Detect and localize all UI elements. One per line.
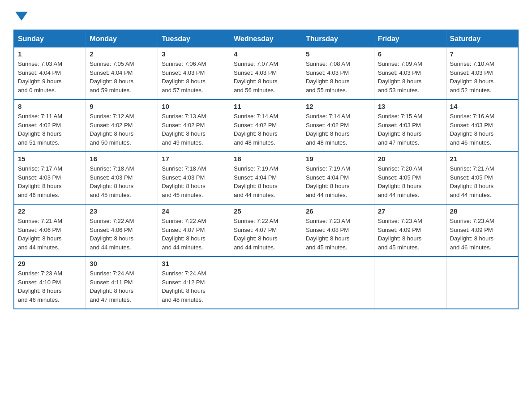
day-number: 1 xyxy=(18,50,82,58)
day-info: Sunrise: 7:15 AMSunset: 4:03 PMDaylight:… xyxy=(378,112,442,147)
logo xyxy=(13,9,28,21)
day-info: Sunrise: 7:24 AMSunset: 4:11 PMDaylight:… xyxy=(90,269,154,304)
week-row-1: 1 Sunrise: 7:03 AMSunset: 4:04 PMDayligh… xyxy=(14,47,518,99)
day-number: 16 xyxy=(90,155,154,163)
day-number: 5 xyxy=(306,50,370,58)
calendar-cell xyxy=(230,257,302,309)
day-info: Sunrise: 7:05 AMSunset: 4:04 PMDaylight:… xyxy=(90,60,154,94)
calendar-cell xyxy=(302,257,374,309)
day-info: Sunrise: 7:21 AMSunset: 4:06 PMDaylight:… xyxy=(18,217,82,252)
day-info: Sunrise: 7:23 AMSunset: 4:08 PMDaylight:… xyxy=(306,217,370,252)
day-info: Sunrise: 7:13 AMSunset: 4:02 PMDaylight:… xyxy=(162,112,226,147)
day-info: Sunrise: 7:07 AMSunset: 4:03 PMDaylight:… xyxy=(234,60,298,94)
day-info: Sunrise: 7:17 AMSunset: 4:03 PMDaylight:… xyxy=(18,164,82,199)
day-info: Sunrise: 7:12 AMSunset: 4:02 PMDaylight:… xyxy=(90,112,154,147)
day-number: 8 xyxy=(18,103,82,110)
calendar-cell xyxy=(446,257,518,309)
day-info: Sunrise: 7:23 AMSunset: 4:09 PMDaylight:… xyxy=(450,217,514,252)
day-number: 10 xyxy=(162,103,226,110)
logo-top xyxy=(13,9,28,21)
week-row-4: 22 Sunrise: 7:21 AMSunset: 4:06 PMDaylig… xyxy=(14,204,518,257)
calendar-cell: 3 Sunrise: 7:06 AMSunset: 4:03 PMDayligh… xyxy=(158,47,230,99)
day-number: 29 xyxy=(18,260,82,267)
calendar-cell xyxy=(374,257,446,309)
calendar-table: SundayMondayTuesdayWednesdayThursdayFrid… xyxy=(13,30,519,309)
weekday-header-sunday: Sunday xyxy=(14,30,86,47)
day-number: 12 xyxy=(306,103,370,110)
day-number: 27 xyxy=(378,207,442,215)
day-info: Sunrise: 7:11 AMSunset: 4:02 PMDaylight:… xyxy=(18,112,82,147)
calendar-cell: 11 Sunrise: 7:14 AMSunset: 4:02 PMDaylig… xyxy=(230,99,302,152)
calendar-cell: 23 Sunrise: 7:22 AMSunset: 4:06 PMDaylig… xyxy=(86,204,158,257)
calendar-cell: 1 Sunrise: 7:03 AMSunset: 4:04 PMDayligh… xyxy=(14,47,86,99)
calendar-cell: 25 Sunrise: 7:22 AMSunset: 4:07 PMDaylig… xyxy=(230,204,302,257)
day-number: 26 xyxy=(306,207,370,215)
day-number: 11 xyxy=(234,103,298,110)
day-info: Sunrise: 7:22 AMSunset: 4:07 PMDaylight:… xyxy=(162,217,226,252)
calendar-cell: 6 Sunrise: 7:09 AMSunset: 4:03 PMDayligh… xyxy=(374,47,446,99)
day-number: 15 xyxy=(18,155,82,163)
day-number: 7 xyxy=(450,50,514,58)
calendar-cell: 14 Sunrise: 7:16 AMSunset: 4:03 PMDaylig… xyxy=(446,99,518,152)
calendar-cell: 21 Sunrise: 7:21 AMSunset: 4:05 PMDaylig… xyxy=(446,152,518,204)
weekday-header-tuesday: Tuesday xyxy=(158,30,230,47)
calendar-cell: 31 Sunrise: 7:24 AMSunset: 4:12 PMDaylig… xyxy=(158,257,230,309)
calendar-header: SundayMondayTuesdayWednesdayThursdayFrid… xyxy=(14,30,518,47)
calendar-body: 1 Sunrise: 7:03 AMSunset: 4:04 PMDayligh… xyxy=(14,47,518,309)
day-number: 31 xyxy=(162,260,226,267)
calendar-cell: 22 Sunrise: 7:21 AMSunset: 4:06 PMDaylig… xyxy=(14,204,86,257)
day-number: 4 xyxy=(234,50,298,58)
day-info: Sunrise: 7:21 AMSunset: 4:05 PMDaylight:… xyxy=(450,164,514,199)
calendar-cell: 26 Sunrise: 7:23 AMSunset: 4:08 PMDaylig… xyxy=(302,204,374,257)
calendar-cell: 12 Sunrise: 7:14 AMSunset: 4:02 PMDaylig… xyxy=(302,99,374,152)
day-info: Sunrise: 7:09 AMSunset: 4:03 PMDaylight:… xyxy=(378,60,442,94)
calendar-cell: 24 Sunrise: 7:22 AMSunset: 4:07 PMDaylig… xyxy=(158,204,230,257)
day-number: 23 xyxy=(90,207,154,215)
calendar-cell: 27 Sunrise: 7:23 AMSunset: 4:09 PMDaylig… xyxy=(374,204,446,257)
day-info: Sunrise: 7:19 AMSunset: 4:04 PMDaylight:… xyxy=(306,164,370,199)
day-info: Sunrise: 7:14 AMSunset: 4:02 PMDaylight:… xyxy=(306,112,370,147)
week-row-3: 15 Sunrise: 7:17 AMSunset: 4:03 PMDaylig… xyxy=(14,152,518,204)
day-info: Sunrise: 7:19 AMSunset: 4:04 PMDaylight:… xyxy=(234,164,298,199)
day-number: 22 xyxy=(18,207,82,215)
calendar-cell: 13 Sunrise: 7:15 AMSunset: 4:03 PMDaylig… xyxy=(374,99,446,152)
calendar-cell: 29 Sunrise: 7:23 AMSunset: 4:10 PMDaylig… xyxy=(14,257,86,309)
week-row-2: 8 Sunrise: 7:11 AMSunset: 4:02 PMDayligh… xyxy=(14,99,518,152)
day-number: 14 xyxy=(450,103,514,110)
day-number: 2 xyxy=(90,50,154,58)
calendar-cell: 2 Sunrise: 7:05 AMSunset: 4:04 PMDayligh… xyxy=(86,47,158,99)
day-number: 20 xyxy=(378,155,442,163)
weekday-header-wednesday: Wednesday xyxy=(230,30,302,47)
day-info: Sunrise: 7:18 AMSunset: 4:03 PMDaylight:… xyxy=(90,164,154,199)
calendar-cell: 5 Sunrise: 7:08 AMSunset: 4:03 PMDayligh… xyxy=(302,47,374,99)
calendar-cell: 18 Sunrise: 7:19 AMSunset: 4:04 PMDaylig… xyxy=(230,152,302,204)
day-info: Sunrise: 7:18 AMSunset: 4:03 PMDaylight:… xyxy=(162,164,226,199)
day-number: 28 xyxy=(450,207,514,215)
calendar-cell: 19 Sunrise: 7:19 AMSunset: 4:04 PMDaylig… xyxy=(302,152,374,204)
day-info: Sunrise: 7:22 AMSunset: 4:06 PMDaylight:… xyxy=(90,217,154,252)
weekday-header-thursday: Thursday xyxy=(302,30,374,47)
day-info: Sunrise: 7:10 AMSunset: 4:03 PMDaylight:… xyxy=(450,60,514,94)
calendar-cell: 17 Sunrise: 7:18 AMSunset: 4:03 PMDaylig… xyxy=(158,152,230,204)
day-info: Sunrise: 7:23 AMSunset: 4:10 PMDaylight:… xyxy=(18,269,82,304)
calendar-cell: 10 Sunrise: 7:13 AMSunset: 4:02 PMDaylig… xyxy=(158,99,230,152)
calendar-cell: 16 Sunrise: 7:18 AMSunset: 4:03 PMDaylig… xyxy=(86,152,158,204)
day-info: Sunrise: 7:20 AMSunset: 4:05 PMDaylight:… xyxy=(378,164,442,199)
calendar-cell: 4 Sunrise: 7:07 AMSunset: 4:03 PMDayligh… xyxy=(230,47,302,99)
week-row-5: 29 Sunrise: 7:23 AMSunset: 4:10 PMDaylig… xyxy=(14,257,518,309)
weekday-header-monday: Monday xyxy=(86,30,158,47)
day-number: 21 xyxy=(450,155,514,163)
logo-triangle-icon xyxy=(15,12,28,21)
day-info: Sunrise: 7:16 AMSunset: 4:03 PMDaylight:… xyxy=(450,112,514,147)
day-number: 30 xyxy=(90,260,154,267)
calendar-cell: 20 Sunrise: 7:20 AMSunset: 4:05 PMDaylig… xyxy=(374,152,446,204)
weekday-row: SundayMondayTuesdayWednesdayThursdayFrid… xyxy=(14,30,518,47)
day-info: Sunrise: 7:03 AMSunset: 4:04 PMDaylight:… xyxy=(18,60,82,94)
day-number: 17 xyxy=(162,155,226,163)
weekday-header-friday: Friday xyxy=(374,30,446,47)
day-number: 18 xyxy=(234,155,298,163)
day-info: Sunrise: 7:23 AMSunset: 4:09 PMDaylight:… xyxy=(378,217,442,252)
calendar-cell: 28 Sunrise: 7:23 AMSunset: 4:09 PMDaylig… xyxy=(446,204,518,257)
day-number: 24 xyxy=(162,207,226,215)
day-number: 19 xyxy=(306,155,370,163)
